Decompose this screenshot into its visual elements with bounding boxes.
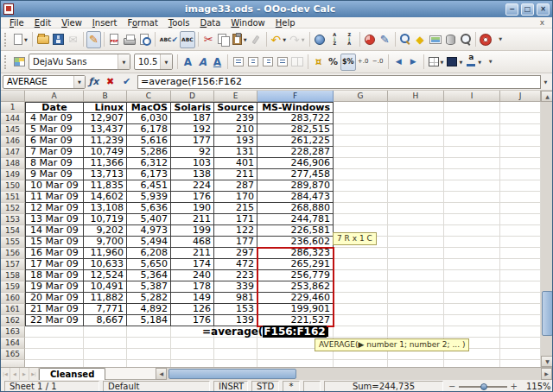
- cell-H[interactable]: [388, 360, 444, 367]
- cell-J151[interactable]: [500, 192, 541, 203]
- menu-file[interactable]: File: [4, 17, 29, 28]
- cell-G162[interactable]: [334, 315, 388, 326]
- cell-F145[interactable]: 282,515: [257, 124, 334, 136]
- last-sheet-icon[interactable]: ▶|: [29, 368, 39, 380]
- align-left-button[interactable]: [231, 54, 245, 71]
- cell-A147[interactable]: 7 Mar 09: [25, 147, 84, 158]
- cell-F148[interactable]: 246,906: [257, 158, 334, 169]
- cell-J162[interactable]: [500, 315, 541, 326]
- cell-H146[interactable]: [388, 136, 444, 147]
- cell-J161[interactable]: [500, 304, 541, 315]
- row-header-157[interactable]: 157: [1, 259, 25, 270]
- cell-G160[interactable]: [334, 293, 388, 304]
- cell-F155[interactable]: 236,602: [257, 237, 334, 248]
- print-button[interactable]: [122, 31, 137, 48]
- column-header-A[interactable]: A: [25, 91, 84, 102]
- cell-E145[interactable]: 210: [214, 124, 257, 136]
- cell-I148[interactable]: [444, 158, 500, 169]
- row-header-145[interactable]: 145: [1, 124, 25, 136]
- cell-G163[interactable]: [334, 326, 388, 338]
- increase-indent-button[interactable]: ▶: [406, 54, 421, 71]
- cell-H147[interactable]: [388, 147, 444, 158]
- cell-H162[interactable]: [388, 315, 444, 326]
- cell-H161[interactable]: [388, 304, 444, 315]
- cell-I153[interactable]: [444, 214, 500, 225]
- page-preview-button[interactable]: [137, 31, 152, 48]
- cell-A156[interactable]: 16 Mar 09: [25, 248, 84, 259]
- cell-I149[interactable]: [444, 169, 500, 180]
- row-header-1[interactable]: 1: [1, 102, 25, 113]
- cell-B149[interactable]: 13,713: [84, 169, 127, 180]
- row-header-148[interactable]: 148: [1, 158, 25, 169]
- cell-A146[interactable]: 6 Mar 09: [25, 136, 84, 147]
- row-header-158[interactable]: 158: [1, 270, 25, 281]
- cell-A149[interactable]: 9 Mar 09: [25, 169, 84, 180]
- chevron-down-icon[interactable]: ▼: [478, 60, 481, 65]
- cell-A150[interactable]: 10 Mar 09: [25, 180, 84, 192]
- close-button[interactable]: ×: [537, 3, 550, 16]
- cell-J150[interactable]: [500, 180, 541, 192]
- column-header-F[interactable]: F: [257, 91, 334, 102]
- cell-B151[interactable]: 14,602: [84, 192, 127, 203]
- delete-decimal-button[interactable]: −.0: [371, 54, 385, 71]
- cell-G147[interactable]: [334, 147, 388, 158]
- cell-C146[interactable]: 5,616: [127, 136, 171, 147]
- cell-D164[interactable]: [171, 338, 214, 349]
- background-color-button[interactable]: ▼: [445, 54, 464, 71]
- chevron-down-icon[interactable]: ▼: [459, 60, 462, 65]
- menu-edit[interactable]: Edit: [29, 17, 56, 28]
- cell-H149[interactable]: [388, 169, 444, 180]
- cell-F[interactable]: [257, 360, 334, 367]
- select-all-corner[interactable]: [1, 91, 25, 102]
- cell-J147[interactable]: [500, 147, 541, 158]
- cell-D161[interactable]: 126: [171, 304, 214, 315]
- cell-C151[interactable]: 5,939: [127, 192, 171, 203]
- cell-C154[interactable]: 4,973: [127, 225, 171, 237]
- row-header-165[interactable]: 165: [1, 349, 25, 360]
- cell-J1[interactable]: [500, 102, 541, 113]
- cell-A161[interactable]: 21 Mar 09: [25, 304, 84, 315]
- row-header-163[interactable]: 163: [1, 326, 25, 338]
- cell-E146[interactable]: 193: [214, 136, 257, 147]
- cell-H163[interactable]: [388, 326, 444, 338]
- cell-G146[interactable]: [334, 136, 388, 147]
- maximize-button[interactable]: □: [521, 3, 534, 16]
- toolbar-grip[interactable]: [4, 33, 9, 47]
- zoom-level[interactable]: 115%: [521, 381, 552, 392]
- chevron-down-icon[interactable]: ▼: [302, 37, 305, 42]
- cell-F149[interactable]: 277,458: [257, 169, 334, 180]
- row-header-161[interactable]: 161: [1, 304, 25, 315]
- cell-J145[interactable]: [500, 124, 541, 136]
- cell-B1[interactable]: Linux: [84, 102, 127, 113]
- cell-A154[interactable]: 14 Mar 09: [25, 225, 84, 237]
- cell-H154[interactable]: [388, 225, 444, 237]
- chevron-down-icon[interactable]: ▼: [24, 37, 28, 42]
- cell-C157[interactable]: 5,650: [127, 259, 171, 270]
- cell-G144[interactable]: [334, 113, 388, 124]
- cell-B158[interactable]: 12,524: [84, 270, 127, 281]
- cell-E157[interactable]: 472: [214, 259, 257, 270]
- cell-G148[interactable]: [334, 158, 388, 169]
- cell-H150[interactable]: [388, 180, 444, 192]
- cell-B152[interactable]: 13,108: [84, 203, 127, 214]
- cell-F157[interactable]: 265,291: [257, 259, 334, 270]
- cell-F146[interactable]: 261,225: [257, 136, 334, 147]
- cell-D[interactable]: [171, 360, 214, 367]
- chevron-down-icon[interactable]: ▼: [441, 60, 444, 65]
- cell-D150[interactable]: 224: [171, 180, 214, 192]
- selection-mode-indicator[interactable]: STD: [251, 381, 279, 392]
- cell-F150[interactable]: 289,870: [257, 180, 334, 192]
- autospellcheck-button[interactable]: [180, 31, 195, 48]
- sum-indicator[interactable]: Sum=244,735: [324, 381, 443, 392]
- cell-A144[interactable]: 4 Mar 09: [25, 113, 84, 124]
- column-header-I[interactable]: I: [444, 91, 500, 102]
- cell-J149[interactable]: [500, 169, 541, 180]
- cell-D152[interactable]: 190: [171, 203, 214, 214]
- cell-C1[interactable]: MacOS: [127, 102, 171, 113]
- chevron-down-icon[interactable]: ▼: [160, 54, 172, 69]
- cell-I156[interactable]: [444, 248, 500, 259]
- cell-E151[interactable]: 170: [214, 192, 257, 203]
- standard-format-button[interactable]: $%: [340, 54, 356, 71]
- horizontal-scroll-thumb[interactable]: [168, 369, 296, 379]
- scroll-right-icon[interactable]: ▶: [541, 368, 552, 380]
